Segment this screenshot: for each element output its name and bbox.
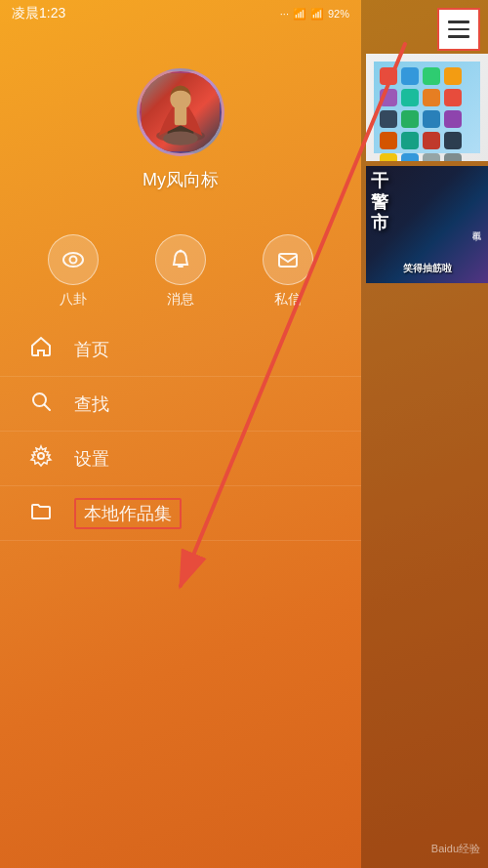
status-icons: ··· 📶 📶 92% [280,8,349,21]
avatar[interactable] [137,68,224,156]
hamburger-button[interactable] [437,8,480,51]
video-text-overlay: 干警市 笑得抽筋啦 手机截图 [366,166,488,283]
menu-item-settings[interactable]: 设置 [0,432,361,486]
eye-icon [61,247,86,272]
action-gossip[interactable]: 八卦 [48,234,99,309]
message-label: 消息 [167,291,194,309]
search-label: 查找 [74,393,109,416]
settings-icon [29,444,53,474]
right-panel-overlay[interactable]: 干警市 笑得抽筋啦 手机截图 [361,0,488,868]
private-circle [263,234,313,285]
local-label: 本地作品集 [84,504,172,523]
svg-point-7 [70,257,77,264]
drawer-panel: My风向标 八卦 消息 [0,0,361,868]
cellular-icon: 📶 [310,8,324,21]
search-icon [29,390,53,419]
bell-icon [168,247,193,272]
message-circle [155,234,206,285]
svg-point-5 [163,132,198,145]
home-icon [29,335,53,364]
video-thumbnail: 干警市 笑得抽筋啦 手机截图 [366,166,488,283]
menu-item-local[interactable]: 本地作品集 [0,486,361,541]
local-works-box: 本地作品集 [74,498,182,529]
status-time: 凌晨1:23 [12,5,65,22]
menu-list: 首页 查找 设置 [0,322,361,541]
baidu-watermark: Baidu经验 [431,842,480,856]
local-label-box: 本地作品集 [74,498,182,529]
screenshot-card-2: 干警市 笑得抽筋啦 手机截图 [366,166,488,283]
svg-point-6 [63,253,83,267]
gossip-circle [48,234,99,285]
action-message[interactable]: 消息 [155,234,206,309]
screenshot-card-1 [366,54,488,161]
svg-point-13 [38,453,44,459]
gossip-label: 八卦 [60,291,87,309]
menu-item-home[interactable]: 首页 [0,322,361,377]
private-label: 私信 [274,291,302,309]
svg-rect-10 [279,254,297,267]
menu-item-search[interactable]: 查找 [0,377,361,432]
svg-point-9 [180,250,183,253]
mail-icon [275,247,301,272]
quick-actions-row: 八卦 消息 私信 [0,225,361,318]
status-bar: 凌晨1:23 ··· 📶 📶 92% [0,0,361,27]
folder-icon [29,499,53,528]
battery-icon: 92% [328,8,349,20]
settings-label: 设置 [74,447,109,471]
svg-line-12 [45,404,51,410]
hamburger-line-1 [448,21,469,23]
hamburger-line-2 [448,28,469,31]
hamburger-line-3 [448,35,469,38]
signal-dots-icon: ··· [280,8,289,20]
action-private[interactable]: 私信 [263,234,313,309]
home-label: 首页 [74,338,109,361]
username: My风向标 [142,168,219,191]
profile-area: My风向标 [0,49,361,207]
wifi-icon: 📶 [293,8,306,21]
phone-screen-thumb [366,54,488,161]
